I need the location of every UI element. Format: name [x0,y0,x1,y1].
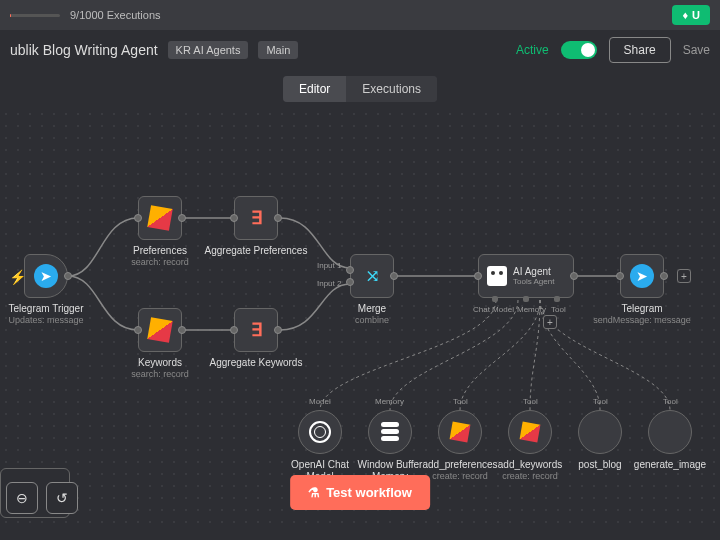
tag-kr-ai[interactable]: KR AI Agents [168,41,249,59]
telegram-icon: ➤ [34,264,58,288]
zoom-out-button[interactable]: ⊖ [6,482,38,514]
node-openai-chat-model[interactable]: Model OpenAI Chat Model [298,410,342,454]
node-telegram-trigger[interactable]: ⚡ ➤ Telegram TriggerUpdates: message [24,254,68,298]
node-aggregate-keywords[interactable]: ∃ Aggregate Keywords [234,308,278,352]
tab-editor[interactable]: Editor [283,76,346,102]
node-merge[interactable]: ⤨ Input 1 Input 2 Mergecombine [350,254,394,298]
cube-icon [520,422,541,443]
tag-main[interactable]: Main [258,41,298,59]
workflow-header: ublik Blog Writing Agent KR AI Agents Ma… [0,30,720,70]
bot-icon [487,266,507,286]
cube-icon [147,317,172,342]
flask-icon: ⚗ [308,485,320,500]
node-window-buffer-memory[interactable]: Memory Window Buffer Memory [368,410,412,454]
lightning-icon: ⚡ [9,269,26,285]
test-workflow-button[interactable]: ⚗ Test workflow [290,475,430,510]
reset-view-button[interactable]: ↺ [46,482,78,514]
merge-icon: ⤨ [365,265,380,287]
workflow-canvas[interactable]: ⚡ ➤ Telegram TriggerUpdates: message Pre… [0,108,720,528]
memory-icon [381,422,399,442]
tab-executions[interactable]: Executions [346,76,437,102]
add-node-button[interactable]: + [677,269,691,283]
view-tabs: Editor Executions [0,70,720,108]
node-preferences[interactable]: Preferencessearch: record [138,196,182,240]
node-post-blog[interactable]: Tool post_blog [578,410,622,454]
telegram-icon: ➤ [630,264,654,288]
aggregate-icon: ∃ [251,319,262,341]
openai-icon [309,421,331,443]
cube-icon [147,205,172,230]
node-add-keywords[interactable]: Tool add_keywordscreate: record [508,410,552,454]
diamond-icon: ♦ [682,9,688,21]
node-telegram[interactable]: ➤ + TelegramsendMessage: message [620,254,664,298]
executions-progress [10,14,60,17]
node-add-preferences[interactable]: Tool add_preferencescreate: record [438,410,482,454]
top-bar: 9/1000 Executions ♦ U [0,0,720,30]
add-tool-button[interactable]: + [543,315,557,329]
active-toggle[interactable] [561,41,597,59]
workflow-name[interactable]: ublik Blog Writing Agent [10,42,158,58]
cube-icon [450,422,471,443]
upgrade-button[interactable]: ♦ U [672,5,710,25]
save-button[interactable]: Save [683,43,710,57]
node-generate-image[interactable]: Tool generate_image [648,410,692,454]
node-aggregate-preferences[interactable]: ∃ Aggregate Preferences [234,196,278,240]
share-button[interactable]: Share [609,37,671,63]
node-ai-agent[interactable]: AI AgentTools Agent Chat Model Memory To… [478,254,574,298]
active-label: Active [516,43,549,57]
aggregate-icon: ∃ [251,207,262,229]
executions-count: 9/1000 Executions [70,9,161,21]
node-keywords[interactable]: Keywordssearch: record [138,308,182,352]
